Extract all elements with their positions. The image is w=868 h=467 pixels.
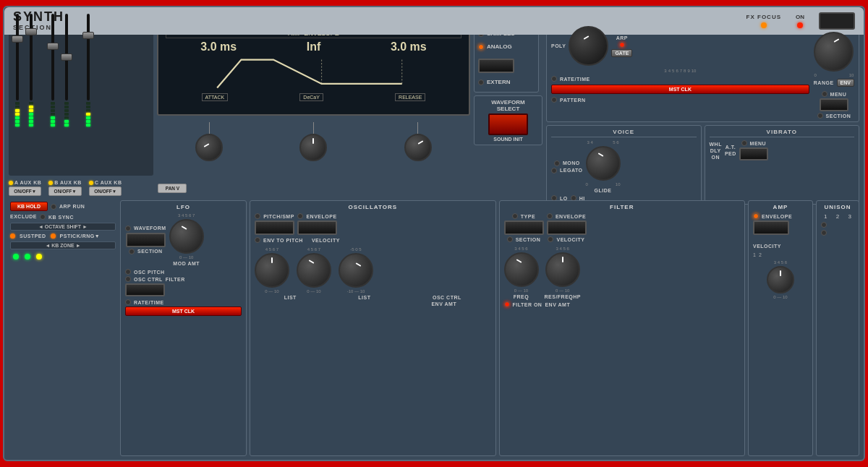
amp-env-led <box>753 213 759 219</box>
synth-container: SYNTH SECTION FX FOCUS ON <box>3 6 865 461</box>
fader-4[interactable] <box>61 14 72 100</box>
mst-clk-btn[interactable]: MST CLK <box>551 85 809 94</box>
fader-handle-3[interactable] <box>47 43 59 50</box>
rate-time-led <box>551 76 557 82</box>
fader-2[interactable] <box>25 14 37 100</box>
filter-type-led <box>512 213 518 219</box>
mode-toggle[interactable] <box>478 59 535 73</box>
sustped-label: SUSTPED <box>20 234 46 239</box>
filter-type-switch[interactable] <box>504 220 544 235</box>
unison-led-1 <box>821 222 827 228</box>
connector-line-3 <box>417 122 418 134</box>
osc-knob-2[interactable] <box>297 253 331 288</box>
led-seg <box>64 102 69 105</box>
mode-rocker-switch[interactable] <box>478 59 514 73</box>
vibrato-menu-label: MENU <box>750 141 767 146</box>
osc-knob-3[interactable] <box>339 253 373 288</box>
osc-ctrl-led <box>125 276 131 282</box>
amp-title: AMP <box>753 204 808 210</box>
pan-v-btn[interactable]: PAN V <box>158 184 187 193</box>
on-switch[interactable] <box>819 12 855 30</box>
fader-handle-2[interactable] <box>25 28 37 35</box>
osc-env-led <box>297 213 303 219</box>
led-seg <box>29 120 33 123</box>
display-knob-decay[interactable] <box>299 134 327 161</box>
kb-sync-label: KB SYNC <box>48 215 74 220</box>
fader-handle-5[interactable] <box>82 32 94 39</box>
fader-handle-4[interactable] <box>61 53 72 61</box>
decay-val: Inf <box>307 40 321 53</box>
lfo-rate-label: RATE/TIME <box>134 300 164 305</box>
pattern-label: PATTERN <box>560 98 586 103</box>
lfo-waveform-switch[interactable] <box>126 233 166 247</box>
aux-b-led <box>48 181 53 185</box>
pitch-smp-led <box>255 213 260 219</box>
lfo-waveform-led <box>125 226 131 231</box>
aux-c-btn[interactable]: ON/OFF▼ <box>89 187 122 196</box>
at-label: A.T. <box>726 145 736 150</box>
exclude-kb-sync-row: EXCLUDE KB SYNC <box>10 214 116 220</box>
legato-label: LEGATO <box>560 168 583 173</box>
glide-knob[interactable] <box>586 146 621 181</box>
octave-shift-btn[interactable]: ◄ OCTAVE SHIFT ► <box>10 223 116 231</box>
arp-left: POLY ARP GATE <box>551 26 809 119</box>
pitch-smp-switch[interactable] <box>255 220 294 235</box>
arp-rate-row: RATE/TIME <box>551 76 809 82</box>
amp-knob[interactable] <box>767 266 794 294</box>
fader-col-5 <box>82 14 94 127</box>
poly-label: POLY <box>551 43 566 48</box>
status-led-3 <box>36 254 42 260</box>
lfo-filter-label: FILTER <box>166 277 185 282</box>
arp-led <box>619 42 625 48</box>
amp-panel: AMP ENVELOPE VELOCITY 1 2 3 4 5 6 <box>748 200 813 456</box>
unison-title: UNISON <box>821 204 854 210</box>
aux-a-btn[interactable]: ON/OFF▼ <box>9 187 41 196</box>
fader-5[interactable] <box>82 14 94 100</box>
lfo-panel: LFO WAVEFORM SECTION <box>120 200 247 456</box>
amp-env-switch[interactable] <box>753 220 789 235</box>
lfo-waveform-row: WAVEFORM SECTION 3 4 5 6 7 <box>125 213 242 266</box>
connector-knob-3 <box>404 122 432 161</box>
led-seg <box>51 106 55 108</box>
range-knob[interactable] <box>814 32 854 72</box>
menu-switch[interactable] <box>820 98 848 111</box>
faders-panel <box>9 11 153 176</box>
lfo-mst-clk-btn[interactable]: MST CLK <box>125 307 242 316</box>
aux-b-btn[interactable]: ON/OFF▼ <box>48 187 82 196</box>
unison-1: 1 <box>824 213 827 220</box>
led-seg <box>15 120 20 123</box>
fader-3[interactable] <box>47 14 59 100</box>
led-seg <box>15 113 20 116</box>
mode-extern: EXTERN <box>478 79 535 85</box>
aux-c-label: C AUX KB <box>95 180 122 185</box>
waveform-select-switch[interactable] <box>488 113 528 135</box>
kb-zone-btn[interactable]: ◄ KB ZONE ► <box>10 241 116 249</box>
filter-knob-1[interactable] <box>504 252 539 287</box>
led-seg <box>15 106 20 108</box>
filter-on-env-row: FILTER ON ENV AMT <box>504 301 741 307</box>
osc-knob-3-group: -5 0 5 -10 — 10 <box>339 247 373 294</box>
connector-line-2 <box>313 122 314 134</box>
display-knob-attack[interactable] <box>195 134 223 161</box>
extern-label: EXTERN <box>487 79 510 85</box>
env-btn[interactable]: ENV <box>837 79 854 87</box>
gate-button[interactable]: GATE <box>611 49 632 57</box>
arp-scale: 3 4 5 6 7 8 9 10 <box>551 69 809 73</box>
display-knob-release[interactable] <box>404 134 432 161</box>
fader-handle-1[interactable] <box>12 35 23 43</box>
vibrato-labels: WHL DLY ON <box>710 142 722 160</box>
unison-3: 3 <box>848 213 851 220</box>
vibrato-switch[interactable] <box>739 147 768 160</box>
osc-knob-1[interactable] <box>255 253 289 288</box>
arp-main-knob[interactable] <box>569 26 608 66</box>
kb-hold-arp-row: KB HOLD ARP RUN <box>10 202 116 211</box>
filter-env-switch[interactable] <box>547 220 587 235</box>
osc-env-switch[interactable] <box>297 220 337 235</box>
fader-1[interactable] <box>12 14 23 100</box>
fader-track-1 <box>16 14 19 100</box>
kb-hold-btn[interactable]: KB HOLD <box>10 202 48 211</box>
lfo-osc-switch[interactable] <box>125 283 165 296</box>
release-val: 3.0 ms <box>391 40 427 53</box>
filter-knob-2[interactable] <box>545 252 580 287</box>
lfo-rate-knob[interactable] <box>169 219 204 254</box>
